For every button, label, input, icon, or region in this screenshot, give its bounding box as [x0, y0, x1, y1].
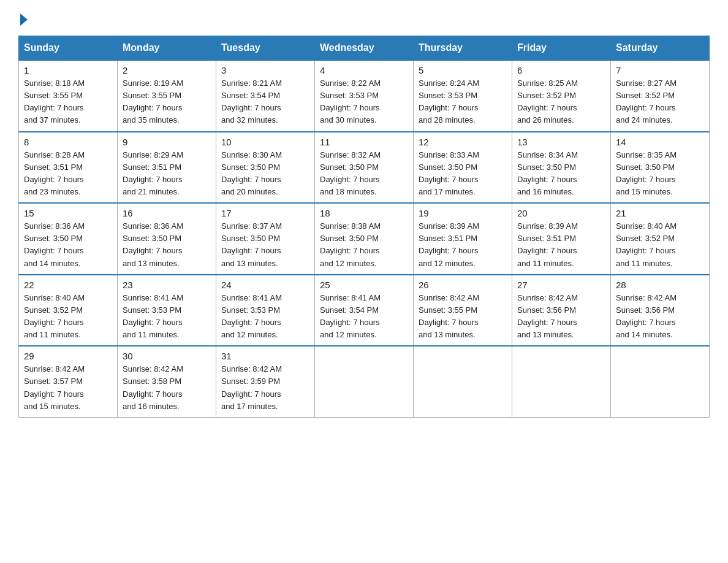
day-number: 12 [419, 137, 507, 147]
calendar-day-cell: 6Sunrise: 8:25 AMSunset: 3:52 PMDaylight… [512, 60, 611, 132]
calendar-day-cell: 26Sunrise: 8:42 AMSunset: 3:55 PMDayligh… [414, 275, 512, 347]
calendar-table: SundayMondayTuesdayWednesdayThursdayFrid… [18, 36, 710, 418]
day-info: Sunrise: 8:18 AMSunset: 3:55 PMDaylight:… [24, 77, 112, 127]
calendar-day-cell: 5Sunrise: 8:24 AMSunset: 3:53 PMDaylight… [414, 60, 512, 132]
calendar-week-row: 1Sunrise: 8:18 AMSunset: 3:55 PMDaylight… [19, 60, 710, 132]
day-info: Sunrise: 8:25 AMSunset: 3:52 PMDaylight:… [517, 77, 605, 127]
day-number: 23 [123, 280, 211, 290]
calendar-day-cell: 28Sunrise: 8:42 AMSunset: 3:56 PMDayligh… [611, 275, 710, 347]
weekday-header-monday: Monday [118, 36, 216, 61]
calendar-day-cell: 18Sunrise: 8:38 AMSunset: 3:50 PMDayligh… [315, 203, 414, 275]
day-number: 17 [221, 208, 309, 218]
day-info: Sunrise: 8:38 AMSunset: 3:50 PMDaylight:… [320, 220, 408, 270]
day-number: 27 [517, 280, 605, 290]
day-info: Sunrise: 8:40 AMSunset: 3:52 PMDaylight:… [616, 220, 704, 270]
day-number: 30 [123, 351, 211, 361]
day-number: 10 [221, 137, 309, 147]
calendar-week-row: 8Sunrise: 8:28 AMSunset: 3:51 PMDaylight… [19, 132, 710, 204]
day-info: Sunrise: 8:36 AMSunset: 3:50 PMDaylight:… [123, 220, 211, 270]
day-info: Sunrise: 8:39 AMSunset: 3:51 PMDaylight:… [517, 220, 605, 270]
day-number: 15 [24, 208, 112, 218]
calendar-day-cell [512, 346, 611, 417]
calendar-day-cell: 25Sunrise: 8:41 AMSunset: 3:54 PMDayligh… [315, 275, 414, 347]
calendar-day-cell: 21Sunrise: 8:40 AMSunset: 3:52 PMDayligh… [611, 203, 710, 275]
day-info: Sunrise: 8:35 AMSunset: 3:50 PMDaylight:… [616, 149, 704, 199]
day-info: Sunrise: 8:22 AMSunset: 3:53 PMDaylight:… [320, 77, 408, 127]
day-info: Sunrise: 8:24 AMSunset: 3:53 PMDaylight:… [419, 77, 507, 127]
calendar-day-cell: 14Sunrise: 8:35 AMSunset: 3:50 PMDayligh… [611, 132, 710, 204]
day-info: Sunrise: 8:42 AMSunset: 3:58 PMDaylight:… [123, 363, 211, 413]
calendar-day-cell: 12Sunrise: 8:33 AMSunset: 3:50 PMDayligh… [414, 132, 512, 204]
calendar-day-cell [611, 346, 710, 417]
day-info: Sunrise: 8:28 AMSunset: 3:51 PMDaylight:… [24, 149, 112, 199]
day-number: 8 [24, 137, 112, 147]
calendar-day-cell: 29Sunrise: 8:42 AMSunset: 3:57 PMDayligh… [19, 346, 118, 417]
calendar-day-cell: 15Sunrise: 8:36 AMSunset: 3:50 PMDayligh… [19, 203, 118, 275]
calendar-day-cell: 31Sunrise: 8:42 AMSunset: 3:59 PMDayligh… [216, 346, 315, 417]
day-info: Sunrise: 8:41 AMSunset: 3:53 PMDaylight:… [123, 292, 211, 342]
day-number: 13 [517, 137, 605, 147]
day-info: Sunrise: 8:42 AMSunset: 3:57 PMDaylight:… [24, 363, 112, 413]
day-info: Sunrise: 8:42 AMSunset: 3:56 PMDaylight:… [616, 292, 704, 342]
day-info: Sunrise: 8:39 AMSunset: 3:51 PMDaylight:… [419, 220, 507, 270]
day-number: 6 [517, 65, 605, 75]
day-info: Sunrise: 8:34 AMSunset: 3:50 PMDaylight:… [517, 149, 605, 199]
day-info: Sunrise: 8:41 AMSunset: 3:54 PMDaylight:… [320, 292, 408, 342]
calendar-day-cell: 23Sunrise: 8:41 AMSunset: 3:53 PMDayligh… [118, 275, 216, 347]
calendar-day-cell: 2Sunrise: 8:19 AMSunset: 3:55 PMDaylight… [118, 60, 216, 132]
day-number: 19 [419, 208, 507, 218]
weekday-header-saturday: Saturday [611, 36, 710, 61]
calendar-day-cell: 24Sunrise: 8:41 AMSunset: 3:53 PMDayligh… [216, 275, 315, 347]
logo [18, 12, 28, 25]
weekday-header-tuesday: Tuesday [216, 36, 315, 61]
calendar-day-cell: 11Sunrise: 8:32 AMSunset: 3:50 PMDayligh… [315, 132, 414, 204]
day-number: 5 [419, 65, 507, 75]
calendar-day-cell: 27Sunrise: 8:42 AMSunset: 3:56 PMDayligh… [512, 275, 611, 347]
day-info: Sunrise: 8:36 AMSunset: 3:50 PMDaylight:… [24, 220, 112, 270]
day-number: 24 [221, 280, 309, 290]
calendar-day-cell: 8Sunrise: 8:28 AMSunset: 3:51 PMDaylight… [19, 132, 118, 204]
weekday-header-sunday: Sunday [19, 36, 118, 61]
calendar-day-cell: 17Sunrise: 8:37 AMSunset: 3:50 PMDayligh… [216, 203, 315, 275]
day-number: 11 [320, 137, 408, 147]
day-info: Sunrise: 8:41 AMSunset: 3:53 PMDaylight:… [221, 292, 309, 342]
day-number: 2 [123, 65, 211, 75]
day-info: Sunrise: 8:42 AMSunset: 3:56 PMDaylight:… [517, 292, 605, 342]
day-number: 21 [616, 208, 704, 218]
day-info: Sunrise: 8:29 AMSunset: 3:51 PMDaylight:… [123, 149, 211, 199]
day-number: 25 [320, 280, 408, 290]
calendar-day-cell: 19Sunrise: 8:39 AMSunset: 3:51 PMDayligh… [414, 203, 512, 275]
day-info: Sunrise: 8:42 AMSunset: 3:59 PMDaylight:… [221, 363, 309, 413]
day-info: Sunrise: 8:37 AMSunset: 3:50 PMDaylight:… [221, 220, 309, 270]
day-info: Sunrise: 8:30 AMSunset: 3:50 PMDaylight:… [221, 149, 309, 199]
weekday-header-friday: Friday [512, 36, 611, 61]
page-header [18, 12, 710, 25]
calendar-day-cell: 4Sunrise: 8:22 AMSunset: 3:53 PMDaylight… [315, 60, 414, 132]
day-number: 4 [320, 65, 408, 75]
weekday-header-thursday: Thursday [414, 36, 512, 61]
day-number: 3 [221, 65, 309, 75]
calendar-day-cell: 1Sunrise: 8:18 AMSunset: 3:55 PMDaylight… [19, 60, 118, 132]
day-number: 9 [123, 137, 211, 147]
calendar-day-cell [315, 346, 414, 417]
calendar-day-cell: 30Sunrise: 8:42 AMSunset: 3:58 PMDayligh… [118, 346, 216, 417]
calendar-day-cell: 20Sunrise: 8:39 AMSunset: 3:51 PMDayligh… [512, 203, 611, 275]
day-info: Sunrise: 8:40 AMSunset: 3:52 PMDaylight:… [24, 292, 112, 342]
day-number: 31 [221, 351, 309, 361]
day-info: Sunrise: 8:27 AMSunset: 3:52 PMDaylight:… [616, 77, 704, 127]
calendar-week-row: 15Sunrise: 8:36 AMSunset: 3:50 PMDayligh… [19, 203, 710, 275]
day-number: 18 [320, 208, 408, 218]
calendar-day-cell: 13Sunrise: 8:34 AMSunset: 3:50 PMDayligh… [512, 132, 611, 204]
calendar-week-row: 22Sunrise: 8:40 AMSunset: 3:52 PMDayligh… [19, 275, 710, 347]
day-number: 20 [517, 208, 605, 218]
weekday-header-wednesday: Wednesday [315, 36, 414, 61]
logo-arrow-icon [20, 13, 28, 26]
calendar-day-cell: 16Sunrise: 8:36 AMSunset: 3:50 PMDayligh… [118, 203, 216, 275]
day-number: 28 [616, 280, 704, 290]
calendar-header-row: SundayMondayTuesdayWednesdayThursdayFrid… [19, 36, 710, 61]
day-info: Sunrise: 8:42 AMSunset: 3:55 PMDaylight:… [419, 292, 507, 342]
day-info: Sunrise: 8:33 AMSunset: 3:50 PMDaylight:… [419, 149, 507, 199]
day-info: Sunrise: 8:19 AMSunset: 3:55 PMDaylight:… [123, 77, 211, 127]
day-number: 26 [419, 280, 507, 290]
day-number: 7 [616, 65, 704, 75]
